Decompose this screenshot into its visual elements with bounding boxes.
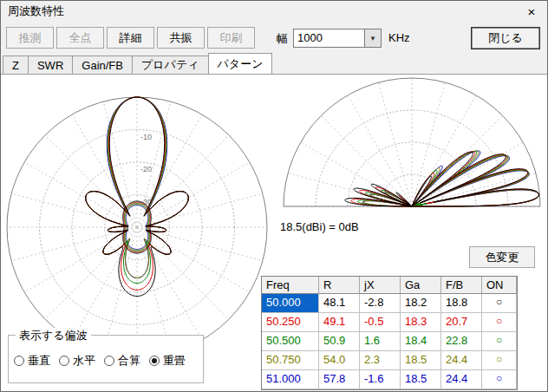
value-cell: 54.0 xyxy=(319,351,360,370)
value-cell: 18.5 xyxy=(401,351,441,370)
close-dialog-button[interactable]: 閉じる xyxy=(471,27,540,49)
print-button: 印刷 xyxy=(207,27,255,49)
tab-property[interactable]: プロパティ xyxy=(132,56,209,74)
freq-cell: 50.750 xyxy=(262,351,319,370)
freq-cell: 51.000 xyxy=(262,370,319,389)
value-cell: 48.1 xyxy=(319,294,360,313)
freq-cell: 50.250 xyxy=(262,313,319,332)
value-cell: -0.5 xyxy=(360,313,401,332)
window-title: 周波数特性 xyxy=(8,3,64,19)
on-toggle[interactable]: ○ xyxy=(482,294,517,313)
radio-label: 合算 xyxy=(118,353,140,369)
resonance-button[interactable]: 共振 xyxy=(157,27,205,49)
all-points-button: 全点 xyxy=(56,27,104,49)
value-cell: -2.8 xyxy=(360,294,401,313)
column-header: F/B xyxy=(441,277,482,294)
value-cell: 49.1 xyxy=(319,313,360,332)
width-combobox[interactable]: 1000 ▼ xyxy=(293,29,382,48)
gain-reference-caption: 18.5(dBi) = 0dB xyxy=(280,220,359,233)
tab-pattern[interactable]: パターン xyxy=(208,53,273,74)
value-cell: 50.9 xyxy=(319,332,360,351)
table-row[interactable]: 50.25049.1-0.518.320.7○ xyxy=(262,313,517,332)
value-cell: 18.5 xyxy=(401,370,441,389)
value-cell: 2.3 xyxy=(360,351,401,370)
window-close-icon[interactable]: × xyxy=(516,1,547,22)
width-label: 幅 xyxy=(277,31,288,47)
polarization-groupbox: 表示する偏波 垂直水平合算重畳 xyxy=(8,335,204,383)
elevation-pattern-chart xyxy=(275,75,548,227)
on-toggle[interactable]: ○ xyxy=(482,313,517,332)
frequency-characteristics-window: 周波数特性 × 推測 全点 詳細 共振 印刷 幅 1000 ▼ KHz 閉じる … xyxy=(0,0,548,392)
table-row[interactable]: 50.50050.91.618.422.8○ xyxy=(262,332,517,351)
tab-strip: Z SWR Gain/FB プロパティ パターン xyxy=(3,54,271,74)
polarization-radio[interactable]: 重畳 xyxy=(149,353,186,369)
radio-label: 垂直 xyxy=(28,353,50,369)
value-cell: 22.8 xyxy=(441,332,482,351)
polarization-radio[interactable]: 水平 xyxy=(59,353,95,369)
value-cell: 24.4 xyxy=(441,370,482,389)
value-cell: 1.6 xyxy=(360,332,401,351)
value-cell: 18.4 xyxy=(401,332,441,351)
polarization-options: 垂直水平合算重畳 xyxy=(14,353,194,369)
estimate-button: 推測 xyxy=(6,27,54,49)
column-header: Ga xyxy=(401,277,441,294)
column-header: ON xyxy=(482,277,517,294)
tab-swr[interactable]: SWR xyxy=(28,56,73,74)
svg-text:-20: -20 xyxy=(140,165,152,173)
table-header-row: FreqRjXGaF/BON xyxy=(262,277,517,294)
tab-gainfb[interactable]: Gain/FB xyxy=(72,56,133,74)
svg-text:-10: -10 xyxy=(140,133,152,141)
value-cell: -1.6 xyxy=(360,370,401,389)
column-header: Freq xyxy=(262,277,319,294)
value-cell: 18.8 xyxy=(441,294,482,313)
table-row[interactable]: 50.00048.1-2.818.218.8○ xyxy=(262,294,517,313)
on-toggle[interactable]: ○ xyxy=(482,370,517,389)
freq-cell: 50.000 xyxy=(262,294,319,313)
radio-icon xyxy=(104,356,114,366)
value-cell: 24.4 xyxy=(441,351,482,370)
detail-button[interactable]: 詳細 xyxy=(107,27,154,49)
polarization-radio[interactable]: 垂直 xyxy=(14,353,50,369)
frequency-table: FreqRjXGaF/BON50.00048.1-2.818.218.8○50.… xyxy=(261,276,518,390)
polarization-label: 表示する偏波 xyxy=(16,328,91,343)
tab-z[interactable]: Z xyxy=(3,56,29,74)
dropdown-arrow-icon[interactable]: ▼ xyxy=(364,29,381,47)
radio-label: 水平 xyxy=(73,353,95,369)
radio-icon xyxy=(14,356,24,366)
value-cell: 18.3 xyxy=(401,313,441,332)
radio-label: 重畳 xyxy=(163,353,186,369)
polarization-radio[interactable]: 合算 xyxy=(104,353,140,369)
column-header: R xyxy=(319,277,360,294)
value-cell: 18.2 xyxy=(401,294,441,313)
on-toggle[interactable]: ○ xyxy=(482,332,517,351)
titlebar: 周波数特性 × xyxy=(1,1,547,22)
radio-icon xyxy=(59,356,69,366)
radio-icon xyxy=(149,356,160,366)
value-cell: 57.8 xyxy=(319,370,360,389)
change-color-button[interactable]: 色変更 xyxy=(469,246,535,268)
freq-cell: 50.500 xyxy=(262,332,319,351)
table-row[interactable]: 51.00057.8-1.618.524.4○ xyxy=(262,370,517,389)
value-cell: 20.7 xyxy=(441,313,482,332)
unit-label: KHz xyxy=(388,31,410,44)
column-header: jX xyxy=(360,277,401,294)
on-toggle[interactable]: ○ xyxy=(482,351,517,370)
width-value: 1000 xyxy=(294,29,364,47)
table-row[interactable]: 50.75054.02.318.524.4○ xyxy=(262,351,517,370)
pattern-panel: -10-20-30 18.5(dBi) = 0dB 色変更 FreqRjXGaF… xyxy=(1,74,547,391)
svg-text:-30: -30 xyxy=(140,198,152,206)
